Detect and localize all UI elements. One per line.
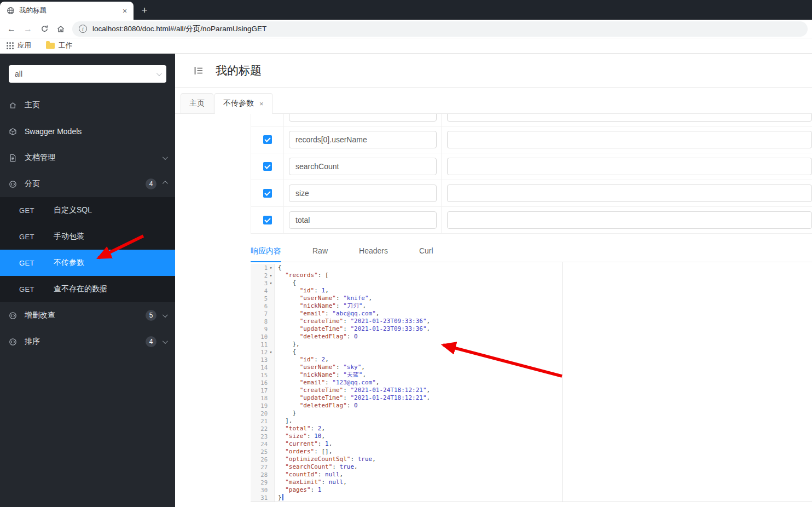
line-number: 13: [260, 356, 268, 364]
code-line: 29 "maxLimit": null,: [251, 479, 562, 486]
fold-icon[interactable]: ▾: [268, 279, 274, 287]
response-tab[interactable]: Headers: [359, 241, 388, 262]
menu-fold-icon[interactable]: [194, 66, 204, 76]
group-select-value: all: [15, 70, 156, 78]
param-row: records[0].userName: [251, 126, 812, 153]
line-number: 17: [260, 387, 268, 394]
sidebar-item-home[interactable]: 主页: [0, 92, 175, 118]
browser-tab-title: 我的标题: [19, 6, 116, 15]
gutter: 1▾: [251, 264, 275, 272]
gutter: 3▾: [251, 279, 275, 287]
param-row: total: [251, 207, 812, 234]
address-bar[interactable]: i localhost:8080/doc.html#/all/分页/noPara…: [72, 21, 808, 37]
code-text: "updateTime": "2021-01-23T09:33:36",: [275, 325, 430, 333]
param-value-input[interactable]: [447, 158, 812, 175]
line-number: 15: [260, 371, 268, 379]
response-tab[interactable]: Curl: [419, 241, 433, 262]
code-text: "total": 2,: [275, 425, 325, 433]
apps-grid-icon[interactable]: [7, 42, 14, 49]
sidebar-item-swagger-models[interactable]: Swagger Models: [0, 118, 175, 145]
tab-close-icon[interactable]: ×: [120, 7, 129, 15]
bookmark-work[interactable]: 工作: [59, 41, 72, 50]
gutter: 11: [251, 341, 275, 348]
param-value-input[interactable]: [447, 131, 812, 148]
forward-icon[interactable]: →: [21, 22, 35, 36]
fold-icon[interactable]: ▾: [268, 272, 274, 279]
code-line: 21 ],: [251, 417, 562, 425]
sidebar-item-label: 增删改查: [25, 310, 146, 320]
sidebar-item-sort[interactable]: 排序4: [0, 329, 175, 355]
sidebar-item-pagination[interactable]: 分页4: [0, 171, 175, 197]
param-name-input[interactable]: [289, 114, 437, 122]
reload-icon[interactable]: [37, 22, 51, 36]
gutter: 15: [251, 371, 275, 379]
new-tab-button[interactable]: +: [137, 3, 152, 18]
sidebar-item-crud[interactable]: 增删改查5: [0, 302, 175, 329]
line-number: 4: [264, 287, 268, 295]
code-line: 5 "userName": "knife",: [251, 295, 562, 302]
code-text: {: [275, 264, 282, 272]
sidebar-subitem[interactable]: GET不传参数: [0, 250, 175, 276]
checkbox-checked[interactable]: [263, 189, 272, 198]
line-number: 30: [260, 486, 268, 494]
doc-tab[interactable]: 主页: [181, 93, 213, 114]
checkbox-checked[interactable]: [263, 162, 272, 171]
gutter: 27: [251, 463, 275, 471]
sidebar-item-doc-manage[interactable]: 文档管理: [0, 145, 175, 171]
code-text: "optimizeCountSql": true,: [275, 456, 376, 463]
code-text: "size": 10,: [275, 433, 325, 440]
code-text: "pages": 1: [275, 486, 321, 494]
param-row-partial: [251, 114, 812, 126]
code-line: 15 "nickName": "天蓝",: [251, 371, 562, 379]
param-name-input[interactable]: total: [289, 211, 437, 229]
line-number: 26: [260, 456, 268, 463]
param-value-cell: [442, 114, 812, 126]
sidebar-subitem[interactable]: GET查不存在的数据: [0, 276, 175, 302]
checkbox-checked[interactable]: [263, 216, 272, 224]
code-text: ],: [275, 417, 293, 425]
param-name-input[interactable]: records[0].userName: [289, 131, 437, 148]
line-number: 10: [260, 333, 268, 341]
code-text: "id": 2,: [275, 356, 329, 364]
app-root: all 主页Swagger Models文档管理分页4GET自定义SQLGET手…: [0, 54, 812, 507]
code-line: 2▾ "records": [: [251, 272, 562, 279]
checkbox-checked[interactable]: [263, 135, 272, 144]
sidebar-item-label: 文档管理: [25, 153, 163, 163]
doc-tab[interactable]: 不传参数×: [214, 93, 272, 114]
home-button-icon[interactable]: [54, 22, 68, 36]
api-icon: [9, 311, 18, 320]
browser-tab[interactable]: 我的标题 ×: [0, 2, 134, 20]
gutter: 7: [251, 310, 275, 318]
info-icon[interactable]: i: [79, 25, 87, 33]
sidebar-subitem[interactable]: GET手动包装: [0, 223, 175, 250]
param-name-input[interactable]: searchCount: [289, 158, 437, 175]
code-text: },: [275, 341, 300, 348]
close-icon[interactable]: ×: [259, 100, 264, 108]
response-tab[interactable]: 响应内容: [251, 241, 281, 262]
content: records[0].userNamesearchCountsizetotal …: [175, 114, 812, 507]
line-number: 20: [260, 410, 268, 417]
group-select[interactable]: all: [9, 65, 166, 83]
code-line: 1▾{: [251, 264, 562, 272]
bookmark-apps[interactable]: 应用: [18, 41, 31, 50]
http-method-label: GET: [19, 233, 54, 241]
back-icon[interactable]: ←: [4, 22, 19, 36]
param-value-input[interactable]: [447, 114, 812, 122]
param-name-input[interactable]: size: [289, 185, 437, 202]
response-tab[interactable]: Raw: [312, 241, 328, 262]
api-icon: [9, 180, 18, 188]
browser-tabstrip: 我的标题 × +: [0, 0, 812, 20]
code-text: "searchCount": true,: [275, 463, 358, 471]
code-editor[interactable]: 1▾{2▾ "records": [3▾ {4 "id": 1,5 "userN…: [251, 262, 563, 502]
param-name-cell: total: [284, 207, 442, 233]
url-text[interactable]: localhost:8080/doc.html#/all/分页/noParamU…: [92, 24, 266, 34]
fold-icon[interactable]: ▾: [268, 264, 274, 272]
main-panel: 我的标题 主页不传参数× records[0].userNamesearchCo…: [175, 54, 812, 507]
line-number: 5: [264, 295, 268, 302]
line-number: 27: [260, 463, 268, 471]
param-value-input[interactable]: [447, 185, 812, 202]
sidebar-subitem[interactable]: GET自定义SQL: [0, 197, 175, 223]
param-value-input[interactable]: [447, 211, 812, 229]
sidebar-item-label: 主页: [25, 100, 166, 110]
fold-icon[interactable]: ▾: [268, 348, 274, 356]
